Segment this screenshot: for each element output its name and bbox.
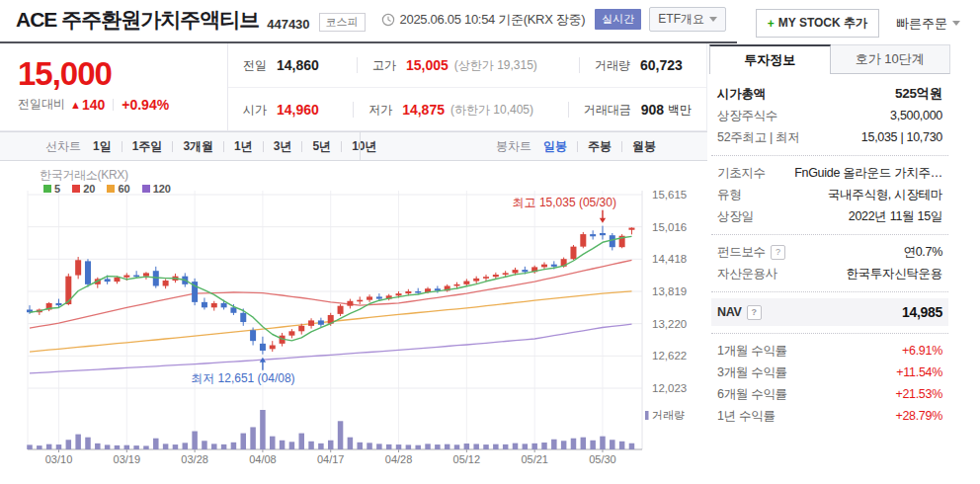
- quick-order-button[interactable]: 빠른주문: [896, 15, 960, 33]
- candle-body: [396, 293, 402, 295]
- info-row: 기초지수FnGuide 올라운드 가치주…: [711, 162, 948, 184]
- current-price: 15,000: [18, 56, 227, 91]
- candle-body: [473, 279, 479, 282]
- info-label-text: 자산운용사: [717, 266, 777, 282]
- ma-color-swatch: [107, 185, 115, 193]
- info-label-text: 상장주식수: [717, 108, 777, 124]
- candle-body: [221, 303, 227, 307]
- volume-bar: [610, 440, 615, 449]
- volume-bar: [590, 441, 596, 449]
- volume-bar: [46, 444, 52, 449]
- volume-bar: [221, 444, 227, 449]
- volume-bar: [56, 444, 62, 449]
- price-chart[interactable]: 03/1003/1903/2804/0804/1704/2805/1205/21…: [0, 161, 707, 484]
- volume-bar: [473, 444, 479, 449]
- candle-chart-period-group: 봉차트일봉주봉월봉: [496, 132, 656, 160]
- quote-cell: 저가14,875(하한가 10,405): [353, 102, 568, 118]
- high-annotation-arrowhead: [600, 218, 606, 223]
- line-period-button-7[interactable]: 10년: [352, 138, 376, 155]
- candle-body: [541, 265, 547, 268]
- ma-color-swatch: [43, 185, 51, 193]
- etf-overview-button[interactable]: ETF개요: [649, 7, 726, 32]
- dotted-divider: [711, 291, 948, 292]
- help-icon[interactable]: ?: [771, 245, 785, 260]
- sidebar-tabs: 투자정보호가 10단계: [709, 44, 950, 74]
- volume-bar: [328, 441, 334, 449]
- volume-bar: [386, 444, 392, 449]
- candle-body: [454, 284, 460, 286]
- volume-bar: [211, 444, 217, 449]
- candle-body: [570, 247, 576, 260]
- info-label: 52주최고 | 최저: [717, 129, 800, 146]
- volume-bar: [85, 438, 91, 449]
- volume-bar: [483, 444, 489, 449]
- quote-cell: 전일14,860: [228, 57, 357, 73]
- candle-body: [415, 291, 421, 293]
- dotted-divider: [711, 234, 948, 235]
- divider: [301, 141, 302, 152]
- quote-cell: 거래량60,723: [579, 57, 697, 73]
- volume-bar: [202, 441, 207, 449]
- my-stock-add-button[interactable]: + MY STOCK 추가: [756, 9, 879, 38]
- line-chart-period-group: 선차트1일1주일3개월1년3년5년10년: [45, 132, 376, 160]
- quote-label: 시가: [243, 102, 267, 119]
- info-label: 유형: [717, 187, 741, 203]
- info-label-text: 6개월 수익률: [717, 386, 787, 403]
- info-row: 유형국내주식형, 시장테마: [711, 184, 948, 205]
- line-period-button-4[interactable]: 1년: [234, 138, 253, 155]
- candle-body: [318, 320, 324, 324]
- quote-value-suffix: 백만: [668, 102, 692, 119]
- info-label: 펀드보수?: [717, 244, 785, 261]
- sidebar-tab-1[interactable]: 투자정보: [709, 44, 831, 74]
- volume-bar: [153, 439, 159, 449]
- stock-code: 447430: [267, 17, 309, 32]
- volume-bar: [513, 444, 519, 449]
- realtime-badge: 실시간: [595, 9, 641, 30]
- info-value: 2022년 11월 15일: [849, 208, 942, 225]
- info-label-text: NAV: [717, 305, 742, 319]
- header-left: ACE 주주환원가치주액티브 447430 코스피 2025.06.05 10:…: [16, 5, 726, 35]
- candle-body: [590, 234, 596, 236]
- line-period-button-1[interactable]: 1일: [93, 138, 112, 155]
- candle-body: [600, 233, 606, 235]
- candle-body: [105, 279, 111, 282]
- volume-bar: [348, 438, 354, 449]
- volume-bar: [115, 445, 121, 449]
- sidebar-tab-2[interactable]: 호가 10단계: [831, 44, 951, 74]
- change-value: 140: [82, 97, 105, 113]
- info-value: 525억원: [895, 85, 942, 103]
- volume-bar: [541, 443, 547, 449]
- volume-bar: [581, 438, 587, 449]
- info-label: 자산운용사: [717, 266, 777, 282]
- candle-period-button-2[interactable]: 주봉: [588, 138, 612, 155]
- quote-value: 14,875: [402, 102, 445, 118]
- ma-legend-item: 60: [107, 183, 129, 195]
- info-label-text: 펀드보수: [717, 244, 766, 261]
- candle-body: [463, 282, 469, 284]
- volume-bar: [231, 443, 237, 449]
- y-axis-label: 13,819: [652, 285, 687, 297]
- candle-period-button-3[interactable]: 월봉: [632, 138, 656, 155]
- volume-bar: [376, 444, 382, 449]
- chart-source-label: 한국거래소(KRX): [40, 167, 128, 184]
- quote-value: 908: [641, 102, 664, 118]
- help-icon[interactable]: ?: [747, 305, 762, 320]
- volume-bar: [133, 445, 139, 449]
- line-period-button-2[interactable]: 1주일: [132, 138, 163, 155]
- line-period-button-6[interactable]: 5년: [312, 138, 331, 155]
- volume-bar: [250, 427, 256, 449]
- line-period-button-5[interactable]: 3년: [274, 138, 292, 155]
- volume-bar: [183, 443, 189, 449]
- candle-body: [250, 330, 256, 341]
- dotted-divider: [711, 333, 948, 334]
- candle-period-label: 봉차트: [496, 138, 531, 155]
- volume-bar: [124, 445, 130, 449]
- low-annotation-label: 최저 12,651 (04/08): [191, 371, 294, 385]
- toolbar-divider: [360, 132, 361, 160]
- market-badge: 코스피: [319, 13, 366, 32]
- info-label: NAV?: [717, 305, 762, 320]
- candle-period-button-1[interactable]: 일봉: [543, 138, 567, 155]
- x-axis-label: 03/19: [114, 453, 141, 465]
- line-period-button-3[interactable]: 3개월: [183, 138, 213, 155]
- x-axis-label: 04/17: [317, 453, 345, 465]
